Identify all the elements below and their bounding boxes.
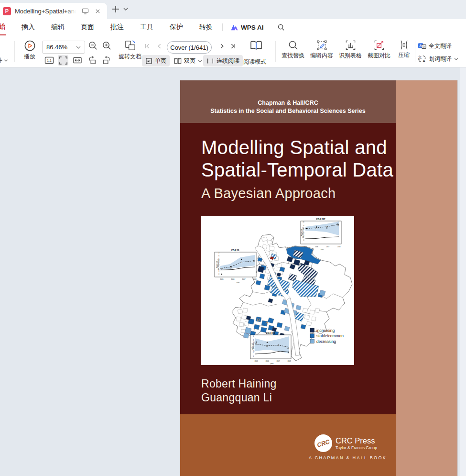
cover-side-strip [396, 80, 457, 476]
rotate-left-button[interactable] [87, 55, 98, 66]
publisher-group: Taylor & Francis Group [336, 445, 377, 451]
publisher-name: CRC Press [336, 436, 377, 445]
rotate-document-icon [124, 40, 136, 52]
recognize-table-button[interactable]: 识别表格 [336, 40, 364, 59]
play-button[interactable]: 播放 [18, 40, 41, 60]
rotate-document-button[interactable]: 旋转文档 [116, 40, 144, 60]
toolbar-divider [275, 41, 276, 62]
svg-text:10: 10 [303, 221, 304, 223]
continuous-read-icon [206, 57, 214, 65]
menu-home[interactable]: 始 [0, 19, 6, 35]
edit-content-button[interactable]: 编辑内容 [308, 40, 336, 59]
chevron-down-icon [198, 60, 202, 62]
author-2: Guangquan Li [201, 391, 277, 405]
svg-text:year: year [321, 248, 324, 250]
menu-convert[interactable]: 转换 [198, 19, 214, 35]
svg-text:COA 227: COA 227 [316, 218, 325, 221]
pdf-page-cover: Chapman & Hall/CRC Statistics in the Soc… [180, 80, 457, 476]
document-area[interactable]: Chapman & Hall/CRC Statistics in the Soc… [0, 67, 466, 476]
svg-text:increasing: increasing [316, 328, 335, 333]
toolbar: 件 播放 86.46% 1:1 [0, 35, 466, 67]
inset-coa-227: COA 227 0246810 2005200620072008 year bu… [301, 218, 341, 251]
edit-content-icon [316, 40, 327, 51]
first-page-button[interactable] [144, 43, 150, 49]
crc-logo: CRC [314, 434, 332, 452]
zoom-in-button[interactable] [102, 41, 112, 51]
chevron-down-icon [76, 46, 81, 49]
menu-insert[interactable]: 插入 [21, 19, 36, 35]
svg-text:2007: 2007 [326, 246, 329, 248]
menu-tools[interactable]: 工具 [139, 19, 154, 35]
fit-width-button[interactable] [72, 55, 83, 66]
tab-monitor-icon[interactable] [80, 6, 90, 16]
page-number-input[interactable]: Cover (1/641) [167, 41, 212, 54]
fulltext-translate-button[interactable]: A 文 全文翻译 [418, 42, 452, 50]
book-authors: Robert Haining Guangquan Li [201, 377, 277, 405]
wps-ai-label: WPS AI [241, 24, 264, 31]
cover-publisher-band: CRC CRC Press Taylor & Francis Group A C… [180, 414, 396, 476]
document-tab[interactable]: P Modelling+Spatial+and+Sp [0, 3, 107, 19]
svg-text:2008: 2008 [253, 278, 257, 280]
play-icon [24, 40, 36, 52]
menu-protect[interactable]: 保护 [169, 19, 184, 35]
book-title: Modelling Spatial and Spatial-Temporal D… [201, 136, 393, 181]
book-subtitle: A Bayesian Approach [201, 186, 336, 201]
svg-text:decreasing: decreasing [316, 339, 336, 344]
word-translate-button[interactable]: 文 A 划词翻译 [418, 55, 458, 63]
toolbar-divider [14, 41, 15, 62]
continuous-read-button[interactable]: 连续阅读 [203, 55, 243, 66]
menu-divider [222, 23, 223, 31]
svg-text:2007: 2007 [277, 360, 280, 362]
menu-edit[interactable]: 编辑 [50, 19, 65, 35]
svg-text:stable/common: stable/common [316, 333, 344, 338]
series-line2: Statistics in the Social and Behavioral … [210, 107, 365, 115]
read-mode-icon[interactable] [250, 40, 262, 51]
wps-pdf-icon: P [3, 7, 11, 15]
svg-text:1:1: 1:1 [47, 59, 52, 62]
cover-series-band: Chapman & Hall/CRC Statistics in the Soc… [180, 80, 396, 123]
publisher-imprint: A CHAPMAN & HALL BOOK [309, 455, 386, 460]
menu-search-icon[interactable] [277, 23, 285, 31]
clipped-left-item[interactable]: 件 [0, 56, 8, 65]
vertical-scrollbar[interactable] [460, 67, 466, 476]
last-page-button[interactable] [230, 43, 236, 49]
page-number-value: Cover (1/641) [170, 44, 208, 51]
single-page-icon [145, 57, 152, 65]
fit-page-button[interactable] [58, 55, 68, 66]
svg-text:2006: 2006 [315, 246, 318, 248]
tab-close-icon[interactable] [93, 6, 102, 16]
find-replace-button[interactable]: 查找替换 [279, 40, 307, 59]
single-page-button[interactable]: 单页 [142, 55, 170, 66]
svg-text:2005: 2005 [304, 246, 307, 248]
svg-text:2008: 2008 [288, 360, 291, 362]
svg-text:A: A [423, 59, 425, 63]
zoom-level-select[interactable]: 86.46% [42, 41, 85, 54]
rotate-right-button[interactable] [101, 55, 111, 66]
series-line1: Chapman & Hall/CRC [258, 99, 318, 107]
svg-text:文: 文 [423, 45, 425, 48]
compress-button[interactable]: 压缩 [393, 40, 414, 58]
inset-coa-150: COA 150 012345 2005200620072008 year bur… [250, 332, 291, 365]
svg-text:2005: 2005 [255, 360, 258, 362]
wps-pdf-app: P Modelling+Spatial+and+Sp 始 插入 编辑 页面 批注… [0, 0, 466, 476]
svg-text:2006: 2006 [266, 360, 269, 362]
screenshot-compare-icon [374, 40, 385, 51]
publisher-block: CRC CRC Press Taylor & Francis Group A C… [309, 434, 386, 460]
new-tab-button[interactable] [111, 5, 120, 13]
zoom-out-button[interactable] [88, 41, 98, 51]
actual-size-button[interactable]: 1:1 [44, 55, 54, 66]
menu-annotate[interactable]: 批注 [109, 19, 125, 35]
tab-list-chevron-icon[interactable] [123, 8, 128, 11]
svg-text:文: 文 [418, 55, 422, 59]
read-mode-label[interactable]: 阅读模式 [243, 58, 266, 66]
tab-bar: P Modelling+Spatial+and+Sp [0, 0, 466, 19]
previous-page-button[interactable] [157, 43, 162, 49]
next-page-button[interactable] [220, 43, 225, 49]
screenshot-compare-button[interactable]: 截图对比 [365, 40, 393, 59]
fulltext-translate-icon: A 文 [418, 42, 426, 50]
wps-ai-button[interactable]: WPS AI [230, 24, 264, 31]
svg-text:2008: 2008 [337, 246, 341, 248]
tab-title: Modelling+Spatial+and+Sp [15, 8, 76, 15]
double-page-button[interactable]: 双页 [171, 55, 206, 66]
menu-page[interactable]: 页面 [80, 19, 95, 35]
